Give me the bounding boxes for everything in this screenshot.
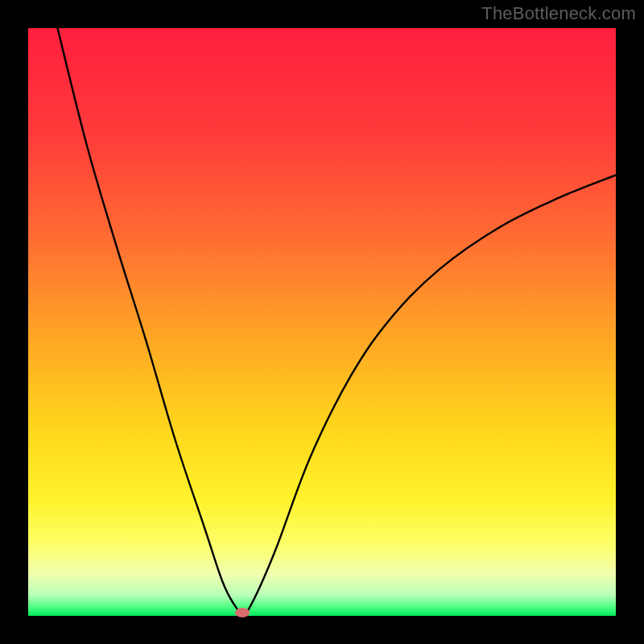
chart-frame: TheBottleneck.com [0,0,644,644]
watermark-text: TheBottleneck.com [481,3,636,24]
optimum-marker [235,608,250,617]
plot-area [28,28,616,616]
bottleneck-curve [28,28,616,616]
